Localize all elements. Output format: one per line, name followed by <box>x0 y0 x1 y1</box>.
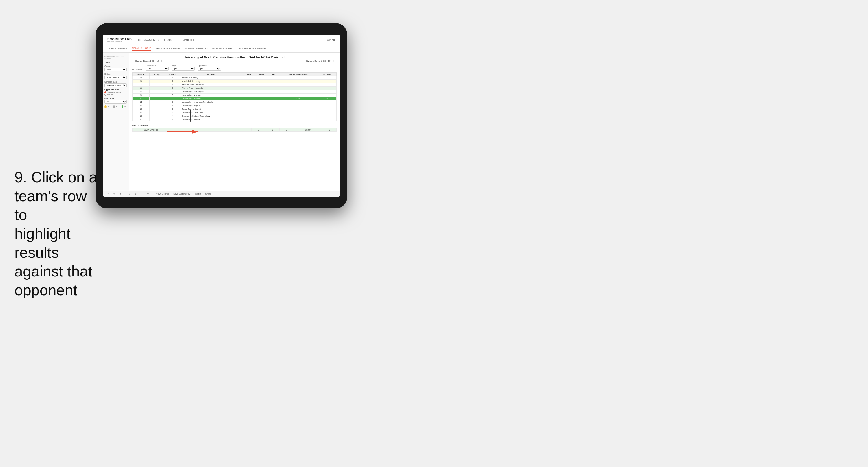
logo-text: SCOREBOARD <box>107 37 132 41</box>
bottom-toolbar: ↩ ↪ ↺ ⊡ ⊕ − ⏱ View: Original Save Custom… <box>103 191 340 197</box>
logo-area: SCOREBOARD Powered by clippd <box>107 37 132 42</box>
out-division-name: NCAA Division II <box>142 128 251 132</box>
last-updated: Last Updated: 27/03/2024 16:55:38 <box>104 56 127 59</box>
col-opponent: Opponent <box>181 73 243 76</box>
grid-records: Overall Record: 89 - 17 - 0 Division Rec… <box>132 60 337 62</box>
table-row[interactable]: 11-6University of Arkansas, Fayetteville <box>132 100 337 104</box>
table-row[interactable]: 14-2University of Oklahoma <box>132 111 337 114</box>
minus-btn[interactable]: − <box>140 192 144 196</box>
legend-up-dot <box>122 106 124 108</box>
header-row: # Rank # Reg # Conf Opponent Win Loss Ti… <box>132 73 337 76</box>
add-btn[interactable]: ⊕ <box>134 192 138 196</box>
tablet-side-button <box>190 110 191 122</box>
out-of-division-table: NCAA Division II 1 0 0 26.00 3 <box>132 128 337 132</box>
main-content: Last Updated: 27/03/2024 16:55:38 Team G… <box>103 53 340 191</box>
gender-select[interactable]: Men's <box>104 68 127 71</box>
table-row[interactable]: 2-1Auburn University <box>132 76 337 80</box>
nav-committee[interactable]: COMMITTEE <box>179 38 195 41</box>
table-row[interactable]: 8-2University of Washington <box>132 90 337 93</box>
out-of-division-title: Out of division <box>132 124 337 127</box>
sidebar: Last Updated: 27/03/2024 16:55:38 Team G… <box>103 53 129 191</box>
tab-team-h2h-grid[interactable]: TEAM H2H GRID <box>132 47 151 51</box>
team-label: Team <box>104 61 127 64</box>
division-record: Division Record: 88 - 17 - 0 <box>306 60 334 62</box>
save-custom-btn[interactable]: Save Custom View <box>172 192 192 196</box>
col-win: Win <box>243 73 255 76</box>
table-row[interactable]: 13-1Texas Tech University <box>132 108 337 111</box>
grid-title: University of North Carolina Head-to-Hea… <box>132 56 337 59</box>
clock-btn[interactable]: ⏱ <box>146 192 150 196</box>
school-select[interactable]: University of Nort... <box>104 83 127 87</box>
view-original-btn[interactable]: View: Original <box>155 192 170 196</box>
legend: Down Level Up <box>104 106 127 108</box>
out-division-label <box>132 128 143 132</box>
region-select[interactable]: (All) <box>172 67 195 71</box>
watch-btn[interactable]: Watch <box>194 192 202 196</box>
nav-tournaments[interactable]: TOURNAMENTS <box>137 38 159 41</box>
table-body: 2-1Auburn University3-2Vanderbilt Univer… <box>132 76 337 121</box>
table-row[interactable]: 4-1Arizona State University <box>132 83 337 87</box>
share-btn[interactable]: Share <box>204 192 212 196</box>
col-loss: Loss <box>255 73 268 76</box>
tab-player-summary[interactable]: PLAYER SUMMARY <box>185 47 208 50</box>
colour-by-select[interactable]: Win/loss <box>104 100 127 104</box>
tab-team-h2h-heatmap[interactable]: TEAM H2H HEATMAP <box>156 47 181 50</box>
gender-label: Gender <box>104 65 127 67</box>
nav-teams[interactable]: TEAMS <box>164 38 174 41</box>
table-row[interactable]: 10-5University of Alabama3002.618 <box>132 97 337 100</box>
legend-down-dot <box>104 106 106 108</box>
legend-down-label: Down <box>108 106 112 108</box>
tab-player-h2h-heatmap[interactable]: PLAYER H2H HEATMAP <box>239 47 267 50</box>
opponent-label: Opponent <box>198 64 221 66</box>
region-label: Region <box>172 64 195 66</box>
radio-top-100[interactable]: Top 100 <box>104 94 127 95</box>
radio-dot-opponents <box>104 91 106 93</box>
col-tie: Tie <box>268 73 278 76</box>
colour-by-title: Colour by <box>104 97 127 99</box>
opponent-view-title: Opponent View <box>104 89 127 91</box>
tablet-screen: SCOREBOARD Powered by clippd TOURNAMENTS… <box>103 35 340 197</box>
table-row[interactable]: 16-1University of Florida <box>132 118 337 121</box>
tab-player-h2h-grid[interactable]: PLAYER H2H GRID <box>212 47 235 50</box>
conference-select[interactable]: (All) <box>146 67 169 71</box>
table-row[interactable]: 12-3University of Virginia <box>132 104 337 108</box>
division-select[interactable]: NCAA Division I <box>104 76 127 79</box>
sign-out-link[interactable]: Sign out <box>326 38 336 41</box>
legend-up-label: Up <box>124 106 127 108</box>
opponent-select[interactable]: (All) <box>198 67 221 71</box>
undo-btn[interactable]: ↩ <box>106 192 110 196</box>
overall-record: Overall Record: 89 - 17 - 0 <box>135 60 162 62</box>
crop-btn[interactable]: ⊡ <box>127 192 131 196</box>
out-division-loss: 0 <box>266 128 280 132</box>
top-nav: SCOREBOARD Powered by clippd TOURNAMENTS… <box>103 35 340 45</box>
col-diff: Diff Av Strokes/Rnd <box>278 73 318 76</box>
redo-btn[interactable]: ↪ <box>112 192 116 196</box>
col-conf: # Conf <box>164 73 181 76</box>
legend-level-dot <box>113 106 115 108</box>
tab-team-summary[interactable]: TEAM SUMMARY <box>107 47 127 50</box>
out-division-tie: 0 <box>279 128 293 132</box>
table-header: # Rank # Reg # Conf Opponent Win Loss Ti… <box>132 73 337 76</box>
separator-1 <box>125 192 125 196</box>
opponents-label: Opponents: <box>132 68 143 71</box>
history-btn[interactable]: ↺ <box>118 192 122 196</box>
out-division-row[interactable]: NCAA Division II 1 0 0 26.00 3 <box>132 128 337 132</box>
separator-2 <box>153 192 153 196</box>
out-division-win: 1 <box>251 128 266 132</box>
h2h-table: # Rank # Reg # Conf Opponent Win Loss Ti… <box>132 72 337 121</box>
school-label: School (Rank) <box>104 81 127 83</box>
opponent-filter: Opponent (All) <box>198 64 221 71</box>
radio-dot-top100 <box>104 94 106 95</box>
legend-level-label: Level <box>116 106 120 108</box>
out-of-division: Out of division NCAA Division II 1 0 0 2… <box>132 124 337 132</box>
region-filter: Region (All) <box>172 64 195 71</box>
table-row[interactable]: 3-2Vanderbilt University <box>132 80 337 83</box>
logo-sub: Powered by clippd <box>107 41 132 42</box>
table-row[interactable]: 9-3University of Arizona <box>132 93 337 97</box>
table-row[interactable]: 6-2Florida State University <box>132 87 337 90</box>
conference-label: Conference <box>146 64 169 66</box>
filters-row: Opponents: Conference (All) Region (All) <box>132 64 337 71</box>
table-row[interactable]: 15-4Georgia Institute of Technology <box>132 114 337 118</box>
radio-opponents-played[interactable]: Opponents Played <box>104 91 127 93</box>
nav-links: TOURNAMENTS TEAMS COMMITTEE <box>137 38 326 41</box>
